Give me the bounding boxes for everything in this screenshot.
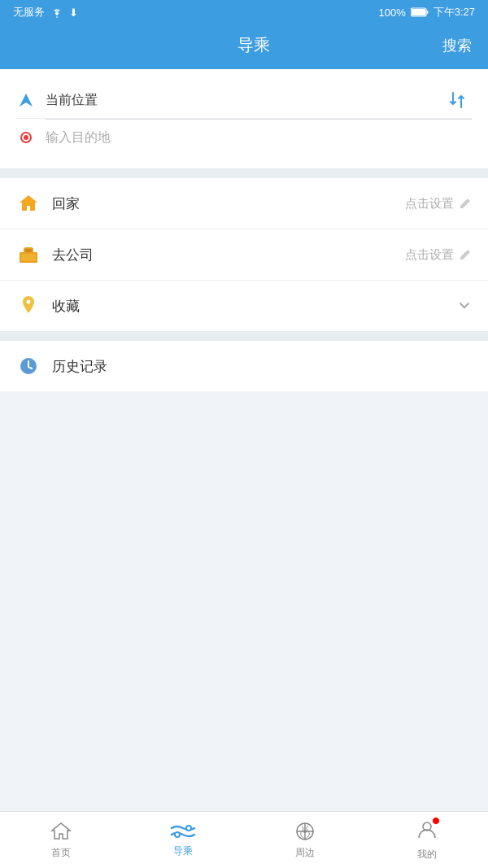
history-label: 历史记录 bbox=[52, 357, 472, 376]
favorites-menu-item[interactable]: 收藏 bbox=[0, 281, 488, 331]
destination-row[interactable]: 输入目的地 bbox=[16, 120, 472, 155]
svg-point-16 bbox=[303, 830, 307, 833]
history-icon bbox=[16, 354, 41, 378]
swap-button[interactable] bbox=[442, 85, 472, 115]
search-button[interactable]: 搜索 bbox=[442, 36, 472, 55]
current-location-row[interactable]: 当前位置 bbox=[16, 82, 472, 119]
search-section: 当前位置 输入目的地 bbox=[0, 69, 488, 168]
no-service-text: 无服务 bbox=[13, 5, 45, 20]
svg-rect-2 bbox=[426, 11, 428, 14]
battery-text: 100% bbox=[378, 7, 405, 19]
svg-point-5 bbox=[24, 135, 28, 140]
work-icon bbox=[16, 242, 41, 267]
nav-item-guide[interactable]: 导乘 bbox=[122, 812, 244, 868]
guide-nav-icon bbox=[170, 822, 196, 841]
svg-rect-1 bbox=[412, 9, 425, 15]
time-text: 下午3:27 bbox=[434, 5, 475, 20]
svg-marker-3 bbox=[20, 94, 33, 107]
favorites-label: 收藏 bbox=[52, 297, 457, 316]
nav-label-home: 首页 bbox=[51, 846, 71, 860]
nav-item-nearby[interactable]: 周边 bbox=[244, 812, 366, 868]
nav-item-home[interactable]: 首页 bbox=[0, 812, 122, 868]
section-divider-2 bbox=[0, 331, 488, 341]
home-edit-icon bbox=[459, 197, 472, 210]
status-right: 100% 下午3:27 bbox=[378, 5, 475, 20]
current-location-text: 当前位置 bbox=[46, 92, 472, 109]
status-bar: 无服务 ⬇ 100% 下午3:27 bbox=[0, 0, 488, 24]
bottom-nav: 首页 导乘 周边 我的 bbox=[0, 811, 488, 868]
quick-access-section: 回家 点击设置 去公司 点击设置 bbox=[0, 178, 488, 331]
work-action-text: 点击设置 bbox=[405, 247, 454, 263]
work-label: 去公司 bbox=[52, 246, 405, 264]
destination-placeholder[interactable]: 输入目的地 bbox=[46, 129, 472, 146]
work-action[interactable]: 点击设置 bbox=[405, 247, 472, 263]
history-menu-item[interactable]: 历史记录 bbox=[0, 341, 488, 391]
nav-label-mine: 我的 bbox=[417, 848, 437, 861]
nav-item-mine[interactable]: 我的 bbox=[366, 812, 488, 868]
history-section: 历史记录 bbox=[0, 341, 488, 391]
home-icon bbox=[16, 191, 41, 216]
home-action[interactable]: 点击设置 bbox=[405, 196, 472, 212]
nav-label-nearby: 周边 bbox=[295, 846, 315, 860]
home-nav-icon bbox=[50, 820, 72, 843]
main-content bbox=[0, 391, 488, 811]
mine-badge bbox=[432, 817, 440, 825]
favorites-chevron[interactable] bbox=[457, 299, 472, 313]
destination-dot-icon bbox=[16, 128, 36, 147]
svg-rect-9 bbox=[25, 249, 32, 252]
charge-icon-text: ⬇ bbox=[69, 7, 78, 19]
wifi-icon bbox=[50, 7, 64, 18]
nearby-nav-icon bbox=[294, 820, 316, 843]
section-divider-1 bbox=[0, 168, 488, 178]
location-arrow-icon bbox=[16, 90, 36, 110]
home-label: 回家 bbox=[52, 194, 405, 213]
home-action-text: 点击设置 bbox=[405, 196, 454, 212]
work-edit-icon bbox=[459, 248, 472, 261]
header: 导乘 搜索 bbox=[0, 24, 488, 69]
battery-icon bbox=[411, 7, 429, 17]
chevron-down-icon bbox=[457, 299, 472, 313]
svg-rect-8 bbox=[21, 254, 36, 261]
work-menu-item[interactable]: 去公司 点击设置 bbox=[0, 229, 488, 281]
home-menu-item[interactable]: 回家 点击设置 bbox=[0, 178, 488, 229]
svg-point-12 bbox=[186, 826, 191, 831]
svg-point-11 bbox=[175, 832, 180, 837]
nav-label-guide: 导乘 bbox=[173, 844, 193, 858]
pin-icon bbox=[16, 294, 41, 318]
header-title: 导乘 bbox=[65, 34, 442, 56]
status-left: 无服务 ⬇ bbox=[13, 5, 78, 20]
